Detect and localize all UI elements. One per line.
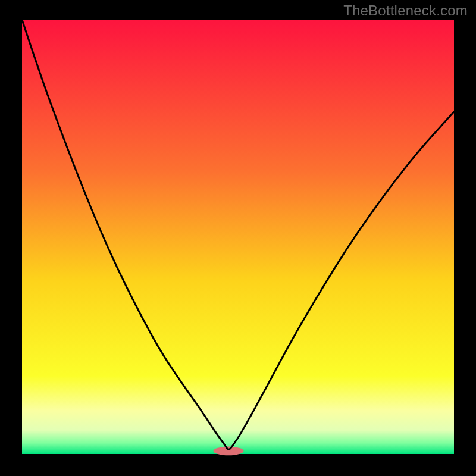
bottleneck-chart-canvas: [0, 0, 476, 476]
chart-container: TheBottleneck.com: [0, 0, 476, 476]
watermark-text: TheBottleneck.com: [343, 2, 468, 19]
